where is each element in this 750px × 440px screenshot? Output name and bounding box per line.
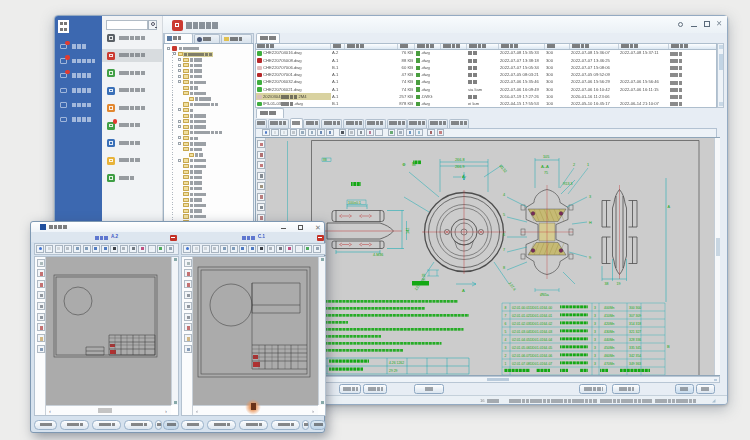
svg-text:Ø65a: Ø65a	[540, 293, 549, 297]
svg-text:410Mn: 410Mn	[604, 314, 614, 318]
svg-text:02.01.07.08DD01-0164-07: 02.01.07.08DD01-0164-07	[512, 362, 552, 366]
svg-text:1: 1	[587, 163, 589, 167]
svg-text:6: 6	[505, 322, 507, 326]
svg-text:3: 3	[594, 346, 596, 350]
svg-text:3: 3	[594, 322, 596, 326]
svg-text:335 345: 335 345	[629, 346, 641, 350]
svg-text:19: 19	[617, 282, 621, 286]
svg-text:8B: 8B	[323, 158, 327, 162]
svg-text:B: B	[667, 344, 670, 349]
svg-text:266.9: 266.9	[455, 165, 465, 169]
svg-text:440Mn: 440Mn	[604, 338, 614, 342]
svg-text:100±0.1: 100±0.1	[348, 201, 361, 205]
svg-text:5: 5	[505, 330, 507, 334]
svg-text:300 300: 300 300	[629, 306, 641, 310]
svg-text:R13.3: R13.3	[563, 182, 573, 186]
svg-text:7: 7	[505, 314, 507, 318]
svg-text:29 29: 29 29	[389, 369, 398, 373]
svg-text:A: A	[462, 174, 465, 179]
svg-text:3: 3	[505, 346, 507, 350]
svg-text:2: 2	[505, 354, 507, 358]
svg-text:7: 7	[503, 248, 505, 252]
svg-text:3: 3	[594, 354, 596, 358]
svg-text:420Mn: 420Mn	[604, 322, 614, 326]
svg-text:M: M	[412, 162, 416, 167]
svg-text:3: 3	[589, 195, 591, 199]
svg-text:142: 142	[406, 228, 410, 234]
svg-text:6: 6	[503, 233, 505, 237]
svg-text:A: A	[462, 288, 465, 293]
svg-text:4-M36: 4-M36	[373, 253, 383, 257]
svg-text:20.33: 20.33	[422, 273, 426, 282]
svg-text:307 309: 307 309	[629, 314, 641, 318]
svg-text:1: 1	[505, 362, 507, 366]
svg-text:3: 3	[594, 362, 596, 366]
svg-text:8: 8	[503, 266, 505, 270]
svg-text:4: 4	[503, 193, 505, 197]
svg-text:8: 8	[505, 306, 507, 310]
svg-text:3: 3	[594, 338, 596, 342]
svg-text:328 336: 328 336	[629, 338, 641, 342]
svg-text:75: 75	[544, 171, 548, 175]
svg-text:105: 105	[543, 155, 549, 159]
svg-text:450Mn: 450Mn	[604, 346, 614, 350]
svg-text:321 327: 321 327	[629, 330, 641, 334]
svg-text:02.01.03.04DD01-0164-03: 02.01.03.04DD01-0164-03	[512, 330, 552, 334]
svg-text:266.8: 266.8	[455, 158, 465, 162]
svg-text:349 363: 349 363	[629, 362, 641, 366]
svg-text:⊕: ⊕	[402, 162, 406, 167]
svg-text:02.01.01.02DD01-0164-01: 02.01.01.02DD01-0164-01	[512, 314, 552, 318]
svg-text:5: 5	[503, 213, 505, 217]
svg-text:3: 3	[594, 330, 596, 334]
svg-text:9: 9	[589, 256, 591, 260]
svg-text:342 354: 342 354	[629, 354, 641, 358]
svg-text:460Mn: 460Mn	[604, 354, 614, 358]
svg-text:400Mn: 400Mn	[604, 306, 614, 310]
svg-text:430Mn: 430Mn	[604, 330, 614, 334]
svg-text:A–A: A–A	[541, 164, 549, 169]
svg-text:02.01.05.06DD01-0164-05: 02.01.05.06DD01-0164-05	[512, 346, 552, 350]
svg-text:470Mn: 470Mn	[604, 362, 614, 366]
svg-text:3: 3	[594, 314, 596, 318]
svg-text:314 318: 314 318	[629, 322, 641, 326]
svg-text:02.01.04.05DD01-0164-04: 02.01.04.05DD01-0164-04	[512, 338, 552, 342]
svg-text:H: H	[589, 221, 592, 225]
svg-text:3: 3	[594, 306, 596, 310]
svg-text:4: 4	[505, 338, 507, 342]
svg-text:2: 2	[573, 163, 575, 167]
svg-text:38: 38	[605, 282, 609, 286]
svg-text:4.26 1262: 4.26 1262	[389, 361, 404, 365]
svg-text:02.01.00.01DD01-0164-00: 02.01.00.01DD01-0164-00	[512, 306, 552, 310]
svg-text:02.01.02.03DD01-0164-02: 02.01.02.03DD01-0164-02	[512, 322, 552, 326]
svg-text:02.01.06.07DD01-0164-06: 02.01.06.07DD01-0164-06	[512, 354, 552, 358]
